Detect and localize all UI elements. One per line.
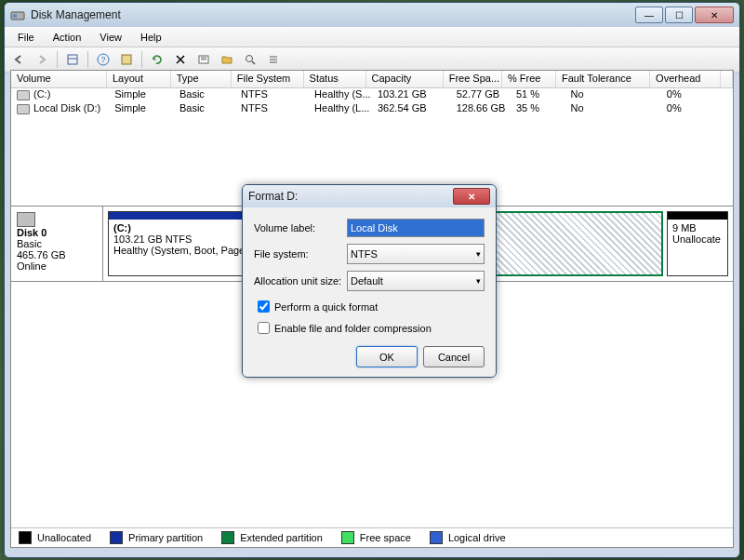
col-type[interactable]: Type [171,71,232,87]
properties-icon[interactable] [193,49,214,70]
swatch-logical [430,531,443,544]
disk-icon [17,212,35,227]
compression-checkbox[interactable] [258,322,270,334]
volume-icon [17,90,30,100]
folder-icon[interactable] [217,49,237,70]
col-volume[interactable]: Volume [11,71,107,87]
separator [87,51,88,68]
disk-state: Online [17,260,97,272]
swatch-ext [221,531,234,544]
titlebar[interactable]: Disk Management — ☐ ✕ [5,3,739,27]
col-overhead[interactable]: Overhead [650,71,721,87]
quick-format-label: Perform a quick format [274,301,378,313]
dialog-titlebar[interactable]: Format D: ✕ [243,185,496,207]
settings-icon[interactable] [116,49,137,70]
delete-icon[interactable] [170,49,191,70]
view-menu[interactable]: View [90,28,131,47]
filesystem-select[interactable]: NTFS [347,244,485,264]
label-allocation: Allocation unit size: [254,275,347,287]
close-button[interactable]: ✕ [695,7,734,23]
svg-rect-2 [68,55,77,64]
col-free[interactable]: Free Spa... [444,71,502,87]
swatch-free [341,531,354,544]
label-volume: Volume label: [254,222,347,233]
action-menu[interactable]: Action [44,28,91,47]
refresh-icon[interactable] [147,49,167,70]
volume-label-input[interactable] [347,219,485,237]
dialog-close-button[interactable]: ✕ [453,188,490,205]
col-layout[interactable]: Layout [107,71,171,87]
back-button[interactable] [8,49,29,70]
vol-name: (C:) [33,88,50,100]
col-pct[interactable]: % Free [502,71,556,87]
swatch-unalloc [19,531,32,544]
partition-unallocated[interactable]: 9 MB Unallocate [667,211,728,276]
help-menu[interactable]: Help [131,28,171,47]
search-icon[interactable] [240,49,260,70]
window-title: Disk Management [31,8,121,21]
col-fault[interactable]: Fault Tolerance [556,71,650,87]
format-dialog: Format D: ✕ Volume label: File system: N… [242,184,497,378]
svg-text:?: ? [100,55,105,64]
volume-icon [17,104,30,114]
menu-bar: File Action View Help [5,27,739,47]
show-hide-icon[interactable] [62,49,83,70]
svg-line-11 [252,61,255,64]
col-fs[interactable]: File System [232,71,304,87]
swatch-primary [110,531,123,544]
svg-point-10 [246,56,253,62]
part-label: (C:) [113,222,131,233]
part-status: Unallocate [672,233,721,245]
legend: Unallocated Primary partition Extended p… [11,527,733,547]
minimize-button[interactable]: — [635,7,663,23]
vol-name: Local Disk (D:) [33,102,100,113]
allocation-select[interactable]: Default [347,271,485,291]
toolbar: ? [5,47,739,73]
disk-size: 465.76 GB [17,249,97,260]
disk-info[interactable]: Disk 0 Basic 465.76 GB Online [11,207,103,281]
volume-list-header: Volume Layout Type File System Status Ca… [11,71,733,88]
quick-format-checkbox[interactable] [258,300,270,313]
part-size: 103.21 GB NTFS [113,233,192,245]
cancel-button[interactable]: Cancel [423,346,485,367]
forward-button[interactable] [32,49,52,70]
list-icon[interactable] [263,49,284,70]
disk-name: Disk 0 [17,227,97,238]
svg-rect-6 [122,55,131,64]
col-capacity[interactable]: Capacity [366,71,444,87]
compression-label: Enable file and folder compression [274,323,432,334]
svg-rect-1 [13,14,17,18]
disk-type: Basic [17,238,97,249]
label-fs: File system: [254,248,347,260]
volume-row[interactable]: (C:) Simple Basic NTFS Healthy (S... 103… [11,88,733,102]
separator [141,51,142,68]
part-size: 9 MB [672,222,697,233]
col-status[interactable]: Status [304,71,366,87]
help-icon[interactable]: ? [93,49,113,70]
file-menu[interactable]: File [8,28,44,47]
col-spare[interactable] [721,71,733,87]
volume-row[interactable]: Local Disk (D:) Simple Basic NTFS Health… [11,102,733,116]
dialog-title: Format D: [248,190,298,203]
separator [57,51,58,68]
app-icon [10,7,25,22]
maximize-button[interactable]: ☐ [665,7,693,23]
ok-button[interactable]: OK [356,346,418,367]
